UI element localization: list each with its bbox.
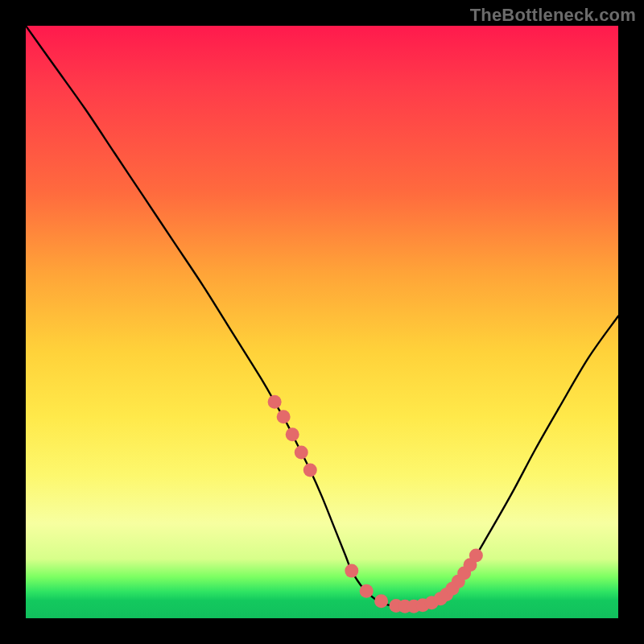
- chart-frame: TheBottleneck.com: [0, 0, 644, 644]
- marker-dot: [345, 564, 358, 578]
- marker-dot: [277, 410, 291, 423]
- watermark-text: TheBottleneck.com: [470, 5, 636, 26]
- marker-dot: [360, 584, 374, 598]
- marker-dot: [374, 594, 388, 608]
- marker-dot: [295, 445, 308, 459]
- marker-dot: [469, 548, 483, 562]
- marker-dot: [286, 427, 299, 441]
- curve-layer: [26, 26, 618, 618]
- highlighted-points: [268, 395, 483, 613]
- plot-area: [26, 26, 618, 618]
- marker-dot: [303, 464, 317, 477]
- marker-dot: [268, 395, 282, 409]
- bottleneck-curve: [26, 26, 618, 607]
